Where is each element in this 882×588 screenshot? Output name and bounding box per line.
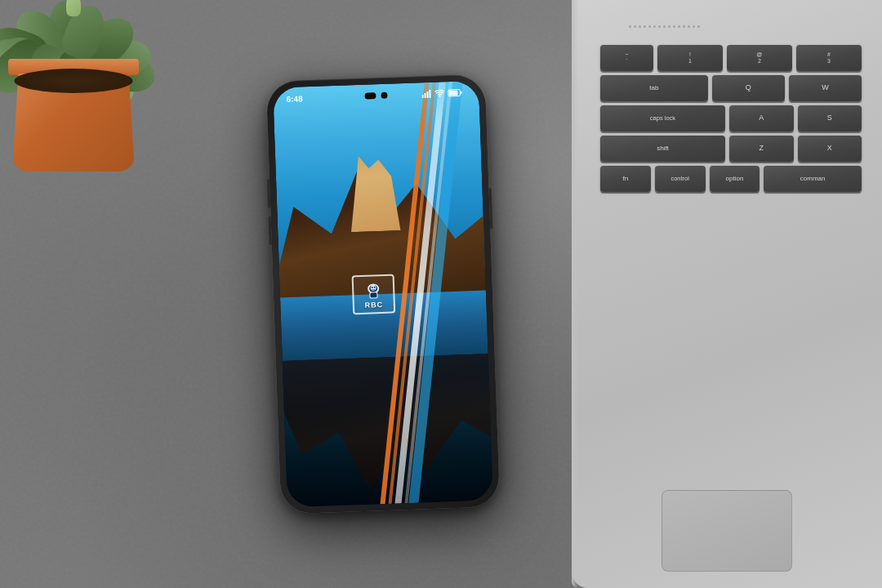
key-shift[interactable]: shift (600, 136, 725, 162)
status-icons (421, 88, 462, 98)
key-s[interactable]: S (798, 105, 862, 131)
key-row-tab: tab Q W (600, 75, 862, 101)
key-tilde[interactable]: ~` (600, 45, 653, 71)
key-3[interactable]: #3 (796, 45, 862, 71)
grille-dot (697, 25, 700, 28)
key-a[interactable]: A (729, 105, 794, 131)
volume-up-button (267, 180, 270, 208)
phone-body: RBC 6:48 (266, 74, 500, 514)
laptop: ~` !1 @2 #3 tab Q W (572, 0, 882, 588)
svg-rect-7 (422, 95, 424, 98)
key-fn[interactable]: fn (600, 166, 651, 192)
camera-sensor (364, 92, 376, 99)
keyboard: ~` !1 @2 #3 tab Q W (600, 45, 862, 519)
grille-dot (688, 25, 690, 28)
rbc-lion-icon (361, 279, 386, 300)
key-z[interactable]: Z (729, 136, 794, 162)
key-control[interactable]: control (655, 166, 706, 192)
camera-dot (381, 92, 387, 99)
plant-pot (8, 65, 139, 172)
touchpad[interactable] (662, 490, 792, 572)
smartphone: RBC 6:48 (266, 74, 500, 514)
key-tab[interactable]: tab (600, 75, 708, 101)
key-x[interactable]: X (798, 136, 862, 162)
grille-dot (644, 25, 646, 28)
leaf-center (66, 0, 81, 16)
rbc-logo-box: RBC (352, 274, 396, 315)
key-capslock[interactable]: caps lock (600, 105, 725, 131)
volume-down-button (269, 216, 272, 245)
phone-screen[interactable]: RBC 6:48 (273, 81, 493, 507)
front-camera (364, 92, 387, 100)
key-row-caps: caps lock A S (600, 105, 862, 131)
key-2[interactable]: @2 (727, 45, 792, 71)
key-option[interactable]: option (710, 166, 760, 192)
svg-rect-12 (461, 91, 462, 94)
status-time: 6:48 (286, 94, 302, 104)
key-command[interactable]: comman (764, 166, 862, 192)
grille-dot (629, 25, 631, 28)
svg-rect-10 (429, 90, 430, 98)
svg-rect-4 (370, 292, 376, 297)
speaker-grille (629, 20, 858, 33)
grille-dot (673, 25, 675, 28)
pot-soil (15, 69, 133, 93)
grille-dot (653, 25, 656, 28)
laptop-edge (572, 0, 578, 588)
grille-dot (648, 25, 651, 28)
grille-dot (678, 25, 680, 28)
svg-rect-8 (424, 93, 425, 98)
key-q[interactable]: Q (712, 75, 785, 101)
key-row-number: ~` !1 @2 #3 (600, 45, 862, 71)
rbc-text: RBC (364, 301, 383, 310)
grille-dot (693, 25, 695, 28)
battery-icon (448, 88, 462, 97)
grille-dot (663, 25, 666, 28)
key-row-modifier: fn control option comman (600, 166, 862, 192)
key-w[interactable]: W (789, 75, 862, 101)
signal-icon (421, 90, 431, 98)
rbc-logo: RBC (349, 270, 398, 318)
laptop-body: ~` !1 @2 #3 tab Q W (572, 0, 882, 588)
grille-dot (683, 25, 685, 28)
grille-dot (634, 25, 636, 28)
grille-dot (668, 25, 670, 28)
key-1[interactable]: !1 (657, 45, 723, 71)
grille-dot (658, 25, 661, 28)
plant-container (0, 0, 188, 180)
wifi-icon (434, 89, 444, 97)
key-row-shift: shift Z X (600, 136, 862, 162)
grille-dot (639, 25, 641, 28)
svg-rect-9 (426, 91, 428, 98)
svg-rect-13 (448, 91, 457, 96)
